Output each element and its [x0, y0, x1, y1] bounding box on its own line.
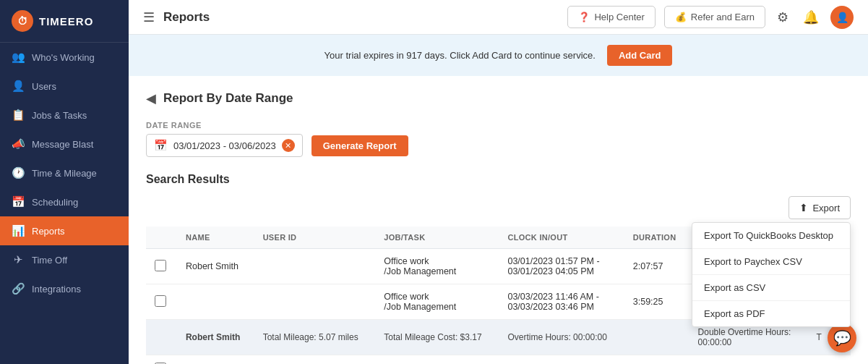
cell-userid — [254, 249, 376, 284]
cell-clockinout: 03/01/2023 01:57 PM -03/01/2023 04:05 PM — [499, 249, 624, 284]
time-off-icon: ✈ — [12, 253, 25, 266]
col-jobtask: JOB/TASK — [375, 227, 499, 249]
generate-report-button[interactable]: Generate Report — [311, 135, 408, 156]
notifications-button[interactable]: 🔔 — [800, 7, 822, 28]
sidebar-item-scheduling[interactable]: 📅 Scheduling — [0, 187, 129, 216]
cell-clockinout: 03/02/2023 04:50 PM - — [499, 355, 624, 365]
row-checkbox[interactable] — [155, 260, 166, 271]
add-card-button[interactable]: Add Card — [607, 45, 673, 66]
sidebar-logo[interactable]: ⏱ TIMEERO — [0, 0, 129, 43]
row-checkbox[interactable] — [155, 295, 166, 307]
chat-bubble[interactable]: 💬 — [828, 323, 856, 352]
sidebar-item-label: Time & Mileage — [32, 168, 97, 179]
export-row: ⬆ Export Export To QuickBooks Desktop Ex… — [146, 196, 851, 219]
col-name: NAME — [177, 227, 254, 249]
settings-button[interactable]: ⚙ — [774, 7, 791, 28]
export-paychex[interactable]: Export to Paychex CSV — [692, 249, 850, 275]
trial-message: Your trial expires in 917 days. Click Ad… — [325, 50, 596, 61]
export-pdf[interactable]: Export as PDF — [692, 301, 850, 326]
export-button[interactable]: ⬆ Export — [788, 196, 851, 219]
cell-clockinout: 03/03/2023 11:46 AM -03/03/2023 03:46 PM — [499, 284, 624, 320]
sidebar-item-label: Who's Working — [32, 52, 95, 63]
topbar: ☰ Reports ❓ Help Center 💰 Refer and Earn… — [129, 0, 868, 35]
avatar[interactable]: 👤 — [830, 6, 854, 29]
content-area: Your trial expires in 917 days. Click Ad… — [129, 35, 868, 364]
export-dropdown: Export To QuickBooks Desktop Export to P… — [692, 222, 851, 327]
users-icon: 👤 — [12, 80, 25, 93]
cell-jobtask: Office work/Job Management — [375, 249, 499, 284]
cell-name — [177, 284, 254, 320]
date-range-input[interactable]: 📅 03/01/2023 - 03/06/2023 ✕ — [146, 134, 303, 157]
export-quickbooks[interactable]: Export To QuickBooks Desktop — [692, 223, 850, 249]
main-area: ☰ Reports ❓ Help Center 💰 Refer and Earn… — [129, 0, 868, 364]
menu-icon[interactable]: ☰ — [143, 9, 155, 25]
sidebar-item-message-blast[interactable]: 📣 Message Blast — [0, 130, 129, 158]
summary-mileage-cost: Total Mileage Cost: $3.17 — [375, 320, 499, 355]
jobs-icon: 📋 — [12, 109, 25, 122]
date-range-row: 📅 03/01/2023 - 03/06/2023 ✕ Generate Rep… — [146, 134, 851, 157]
sidebar-item-label: Time Off — [32, 255, 67, 266]
sidebar-item-reports[interactable]: 📊 Reports — [0, 216, 129, 245]
clear-date-button[interactable]: ✕ — [282, 139, 295, 152]
cell-extra2: 71.63 — [808, 355, 851, 365]
search-results-title: Search Results — [146, 173, 851, 186]
summary-name: Robert Smith — [177, 320, 254, 355]
page-title: Reports — [163, 10, 559, 25]
report-header: ◀ Report By Date Range — [146, 90, 851, 106]
cell-duration: 7:09:48 — [624, 355, 689, 365]
sidebar-item-label: Scheduling — [32, 197, 78, 208]
trial-banner: Your trial expires in 917 days. Click Ad… — [129, 35, 868, 76]
sidebar-item-jobs-tasks[interactable]: 📋 Jobs & Tasks — [0, 101, 129, 130]
cell-jobtask: Timeero — [375, 355, 499, 365]
chat-icon: 💬 — [833, 329, 851, 347]
export-csv[interactable]: Export as CSV — [692, 275, 850, 301]
cell-userid: 5678 — [254, 355, 376, 365]
date-range-label: DATE RANGE — [146, 121, 851, 130]
cell-duration: 2:07:57 — [624, 249, 689, 284]
cell-name: Daffy Duck — [177, 355, 254, 365]
help-label: Help Center — [594, 12, 644, 22]
time-mileage-icon: 🕐 — [12, 166, 25, 179]
sidebar-item-label: Reports — [32, 226, 65, 237]
scheduling-icon: 📅 — [12, 195, 25, 208]
cell-miles: 0 miles — [689, 355, 764, 365]
refer-label: Refer and Earn — [691, 12, 755, 22]
sidebar-item-label: Integrations — [32, 284, 81, 295]
export-label: Export — [812, 203, 840, 213]
sidebar-item-integrations[interactable]: 🔗 Integrations — [0, 274, 129, 303]
cell-extra1: 7:09 — [763, 355, 807, 365]
sidebar: ⏱ TIMEERO 👥 Who's Working 👤 Users 📋 Jobs… — [0, 0, 129, 364]
date-value: 03/01/2023 - 03/06/2023 — [173, 140, 276, 151]
reports-icon: 📊 — [12, 224, 25, 237]
logo-icon: ⏱ — [12, 10, 33, 32]
col-checkbox — [146, 227, 177, 249]
report-title: Report By Date Range — [163, 91, 293, 106]
col-duration: DURATION — [624, 227, 689, 249]
sidebar-item-time-mileage[interactable]: 🕐 Time & Mileage — [0, 158, 129, 187]
cell-duration: 3:59:25 — [624, 284, 689, 320]
help-center-button[interactable]: ❓ Help Center — [567, 6, 655, 28]
sidebar-item-time-off[interactable]: ✈ Time Off — [0, 245, 129, 274]
cell-name: Robert Smith — [177, 249, 254, 284]
sidebar-item-users[interactable]: 👤 Users — [0, 72, 129, 101]
sidebar-item-whos-working[interactable]: 👥 Who's Working — [0, 43, 129, 72]
cell-jobtask: Office work/Job Management — [375, 284, 499, 320]
summary-overtime: Overtime Hours: 00:00:00 — [499, 320, 624, 355]
logo-text: TIMEERO — [39, 15, 93, 27]
whos-working-icon: 👥 — [12, 51, 25, 64]
back-button[interactable]: ◀ — [146, 90, 156, 106]
help-icon: ❓ — [578, 12, 590, 22]
export-icon: ⬆ — [799, 202, 808, 213]
summary-total-mileage: Total Mileage: 5.07 miles — [254, 320, 376, 355]
nav-items: 👥 Who's Working 👤 Users 📋 Jobs & Tasks 📣… — [0, 43, 129, 303]
refer-earn-button[interactable]: 💰 Refer and Earn — [664, 6, 765, 28]
refer-icon: 💰 — [675, 12, 687, 22]
sidebar-item-label: Message Blast — [32, 139, 93, 150]
col-userid: USER ID — [254, 227, 376, 249]
sidebar-item-label: Jobs & Tasks — [32, 110, 87, 121]
message-icon: 📣 — [12, 137, 25, 151]
table-row: Daffy Duck 5678 Timeero 03/02/2023 04:50… — [146, 355, 851, 365]
col-clockinout: CLOCK IN/OUT — [499, 227, 624, 249]
calendar-icon: 📅 — [154, 139, 168, 152]
integrations-icon: 🔗 — [12, 282, 25, 295]
